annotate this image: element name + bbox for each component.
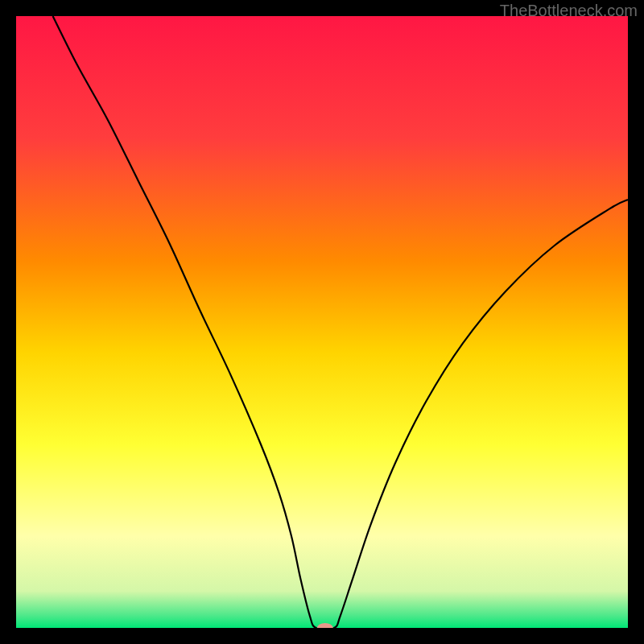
bottleneck-chart bbox=[16, 16, 628, 628]
chart-plot-area bbox=[16, 16, 628, 628]
attribution-text: TheBottleneck.com bbox=[500, 2, 638, 20]
chart-background bbox=[16, 16, 628, 628]
